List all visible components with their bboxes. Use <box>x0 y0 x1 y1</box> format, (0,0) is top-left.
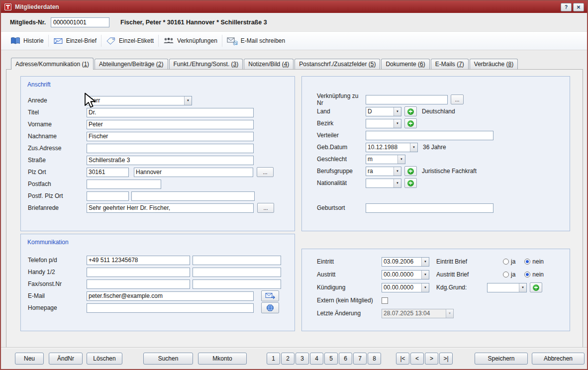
tab-verbraeuche[interactable]: Verbräuche (8) <box>470 59 518 69</box>
strasse-input[interactable] <box>87 156 254 165</box>
anschrift-title: Anschrift <box>27 81 51 88</box>
telefon1-input[interactable] <box>87 256 190 265</box>
postfach-input[interactable] <box>87 180 161 189</box>
handy2-input[interactable] <box>193 268 281 277</box>
kdg-grund-select[interactable]: ▼ <box>487 283 527 292</box>
fax2-input[interactable] <box>193 279 281 289</box>
tab-abteilungen-beitraege[interactable]: Abteilungen/Beiträge (2) <box>95 59 168 69</box>
loeschen-button[interactable]: Löschen <box>87 353 122 365</box>
geb-datum-select[interactable]: 10.12.1988▼ <box>366 143 418 152</box>
tab-text: Dokumente ( <box>386 61 420 68</box>
nav-prev-button[interactable]: < <box>410 353 424 365</box>
page-button-4[interactable]: 4 <box>310 353 323 365</box>
ort-input[interactable] <box>134 168 253 177</box>
tab-label: Abteilungen/Beiträge (2) <box>99 61 163 68</box>
briefanrede-row: Briefanrede ... <box>21 202 294 214</box>
page-button-6[interactable]: 6 <box>339 353 352 365</box>
nav-first-button[interactable]: |< <box>396 353 409 365</box>
tabstrip: Adresse/Kommunikation (1) Abteilungen/Be… <box>11 58 519 70</box>
titel-row: Titel <box>21 106 294 118</box>
berufsgruppe-add-button[interactable] <box>404 166 417 176</box>
kdg-grund-add-button[interactable] <box>530 282 542 292</box>
tab-notizen-bild[interactable]: Notizen/Bild (4) <box>244 59 294 69</box>
nav-next-button[interactable]: > <box>425 353 438 365</box>
briefanrede-label: Briefanrede <box>28 204 87 211</box>
verteiler-input[interactable] <box>366 131 493 140</box>
austritt-brief-ja-radio[interactable]: ja <box>503 271 515 278</box>
page-button-1[interactable]: 1 <box>267 353 280 365</box>
austritt-date-select[interactable]: 00.00.0000▼ <box>382 270 429 279</box>
tab-emails[interactable]: E-Mails (7) <box>431 59 469 69</box>
page-button-8[interactable]: 8 <box>368 353 381 365</box>
member-no-input[interactable] <box>51 17 109 27</box>
anrede-select[interactable]: Herr▼ <box>87 96 192 105</box>
open-homepage-button[interactable] <box>261 302 279 313</box>
eintritt-brief-ja-radio[interactable]: ja <box>503 258 515 265</box>
tab-text: ) <box>462 61 464 68</box>
land-add-button[interactable] <box>404 106 417 116</box>
tab-adresse-kommunikation[interactable]: Adresse/Kommunikation (1) <box>11 58 94 70</box>
handy1-input[interactable] <box>87 268 190 277</box>
fax1-input[interactable] <box>87 279 190 289</box>
toolbar-item-email-schreiben[interactable]: @ E-Mail schreiben <box>222 33 290 48</box>
postf-ort-input[interactable] <box>131 191 255 201</box>
page-button-2[interactable]: 2 <box>281 353 294 365</box>
speichern-button[interactable]: Speichern <box>475 353 528 365</box>
eintritt-date-select[interactable]: 03.09.2006▼ <box>382 257 429 267</box>
vorname-input[interactable] <box>87 120 254 129</box>
suchen-button[interactable]: Suchen <box>143 353 193 365</box>
tab-postanschrift-zusatzfelder[interactable]: Postanschrf./Zusatzfelder (5) <box>294 59 380 69</box>
zus-adresse-input[interactable] <box>87 144 254 153</box>
austritt-brief-nein-radio[interactable]: nein <box>524 271 544 278</box>
bezirk-select[interactable]: ▼ <box>366 119 401 128</box>
close-button[interactable]: ✕ <box>573 3 584 11</box>
postfach-row: Postfach <box>21 178 294 190</box>
page-button-5[interactable]: 5 <box>324 353 338 365</box>
nav-last-button[interactable]: >| <box>439 353 453 365</box>
homepage-input[interactable] <box>87 303 254 313</box>
bezirk-add-button[interactable] <box>404 118 417 128</box>
kuendigung-date-select[interactable]: 00.00.0000▼ <box>382 283 429 292</box>
geschlecht-select[interactable]: m▼ <box>366 155 405 164</box>
help-button[interactable]: ? <box>561 3 572 11</box>
page-button-3[interactable]: 3 <box>295 353 309 365</box>
titlebar[interactable]: Mitgliederdaten ? ✕ <box>1 1 587 13</box>
people-icon <box>163 37 174 45</box>
land-label: Land <box>317 108 366 115</box>
nachname-input[interactable] <box>87 132 254 141</box>
page-button-7[interactable]: 7 <box>353 353 367 365</box>
send-email-button[interactable] <box>261 290 279 301</box>
mkonto-button[interactable]: Mkonto <box>198 353 247 365</box>
app-icon <box>4 3 12 11</box>
toolbar-item-einzel-etikett[interactable]: Einzel-Etikett <box>101 33 158 48</box>
land-select[interactable]: D▼ <box>366 107 401 116</box>
geburtsort-input[interactable] <box>366 203 493 213</box>
handy-label: Handy 1/2 <box>28 269 87 276</box>
postf-plz-input[interactable] <box>87 191 129 201</box>
dropdown-arrow-icon: ▼ <box>393 167 401 176</box>
telefon2-input[interactable] <box>193 256 281 265</box>
eintritt-brief-nein-radio[interactable]: nein <box>524 258 544 265</box>
austritt-row: Austritt 00.00.0000▼ Austritt Brief ja n… <box>302 268 570 281</box>
aendnr-button[interactable]: ÄndNr <box>49 353 83 365</box>
extern-checkbox[interactable] <box>382 297 388 304</box>
email-input[interactable] <box>87 291 254 301</box>
plz-input[interactable] <box>87 168 129 177</box>
record-nav-buttons: |< < > >| <box>396 353 453 365</box>
plz-ort-lookup-button[interactable]: ... <box>257 167 274 177</box>
berufsgruppe-select[interactable]: ra▼ <box>366 167 401 176</box>
verknuepfung-input[interactable] <box>366 95 448 104</box>
tab-dokumente[interactable]: Dokumente (6) <box>381 59 429 69</box>
nationalitaet-add-button[interactable] <box>404 178 417 188</box>
briefanrede-lookup-button[interactable]: ... <box>257 203 274 213</box>
titel-input[interactable] <box>87 108 254 117</box>
tab-funkt-ehrung-sonst[interactable]: Funkt./Ehrung/Sonst. (3) <box>169 59 243 69</box>
abbrechen-button[interactable]: Abbrechen <box>532 353 585 365</box>
toolbar-item-historie[interactable]: Historie <box>6 33 48 48</box>
toolbar-item-verknuepfungen[interactable]: Verknüpfungen <box>159 33 222 48</box>
nationalitaet-select[interactable]: ▼ <box>366 179 401 188</box>
neu-button[interactable]: Neu <box>15 353 44 365</box>
verknuepfung-lookup-button[interactable]: ... <box>451 94 464 104</box>
toolbar-item-einzel-brief[interactable]: Einzel-Brief <box>49 33 101 48</box>
briefanrede-input[interactable] <box>87 203 254 213</box>
